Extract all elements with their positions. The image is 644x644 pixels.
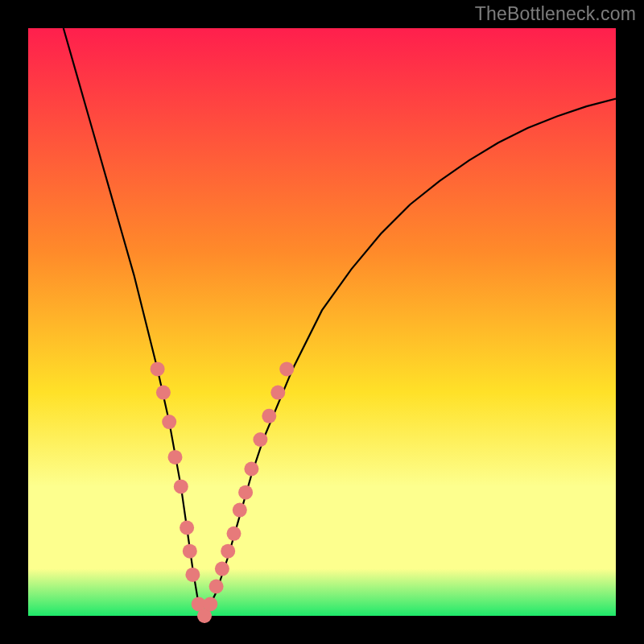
chart-frame: TheBottleneck.com <box>0 0 644 644</box>
marker-dot <box>215 562 229 576</box>
marker-dot <box>156 386 171 400</box>
marker-dot <box>162 415 176 429</box>
marker-dot <box>279 361 294 376</box>
marker-dot <box>270 386 285 400</box>
marker-dot <box>227 526 242 541</box>
marker-dot <box>238 485 253 500</box>
marker-dot <box>221 544 235 559</box>
curve-markers <box>151 361 295 623</box>
marker-dot <box>185 568 200 582</box>
marker-dot <box>209 580 224 594</box>
marker-dot <box>151 361 165 376</box>
marker-dot <box>203 597 217 611</box>
marker-dot <box>244 462 258 477</box>
bottleneck-curve <box>64 28 616 616</box>
plot-area <box>28 28 616 616</box>
marker-dot <box>233 503 247 518</box>
watermark-text: TheBottleneck.com <box>475 3 636 25</box>
marker-dot <box>174 479 188 493</box>
marker-dot <box>180 521 194 535</box>
marker-dot <box>253 432 267 447</box>
marker-dot <box>168 450 183 464</box>
marker-dot <box>262 409 276 423</box>
curve-layer <box>28 28 616 616</box>
marker-dot <box>183 544 197 559</box>
